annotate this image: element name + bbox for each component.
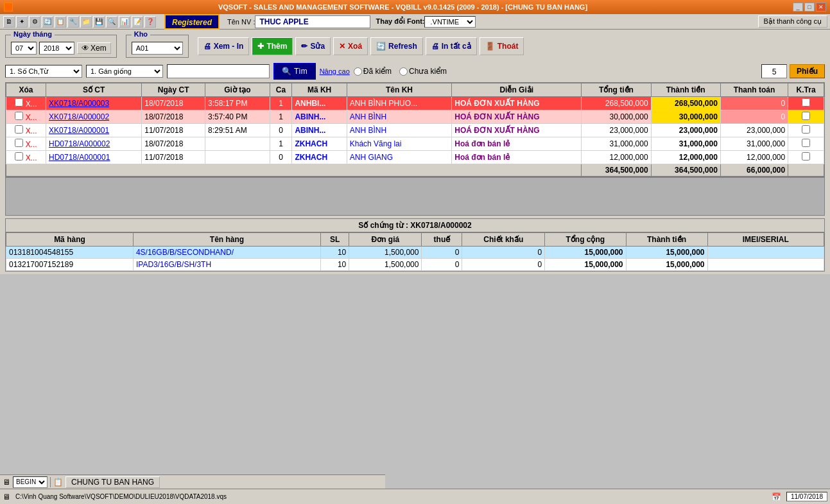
menu-icon-5[interactable]: 📋 <box>55 16 66 28</box>
status-bar: 🖥 C:\Vinh Quang Software\VQSOFT\DEMO\DUL… <box>0 489 830 504</box>
kho-select[interactable]: A01 <box>132 42 183 55</box>
nang-cao-link[interactable]: Nâng cao <box>320 67 350 75</box>
cell-k-tra[interactable] <box>788 110 824 124</box>
search-input[interactable] <box>167 64 270 78</box>
font-select[interactable]: .VNTIME <box>424 16 476 28</box>
cell-k-tra[interactable] <box>788 124 824 137</box>
k-tra-checkbox[interactable] <box>802 98 810 107</box>
phieu-button[interactable]: Phiếu <box>790 64 825 78</box>
search-filter1-select[interactable]: 1. Số Ch,Từ <box>5 65 82 78</box>
detail-cell-thanh-tien: 15,000,000 <box>626 259 707 271</box>
minimize-button[interactable]: _ <box>793 3 803 12</box>
cell-ma-kh[interactable]: ABINH... <box>292 124 347 137</box>
cell-xoa[interactable]: X... <box>6 110 46 124</box>
cell-xoa[interactable]: X... <box>6 97 46 110</box>
cell-k-tra[interactable] <box>788 137 824 151</box>
cell-so-ct[interactable]: HD0718/A000002 <box>46 137 141 151</box>
xoa-checkbox[interactable] <box>15 139 23 147</box>
module-label: CHUNG TU BAN HANG <box>71 478 154 487</box>
xoa-checkbox[interactable] <box>15 112 23 120</box>
module-button[interactable]: CHUNG TU BAN HANG <box>65 476 160 488</box>
cell-ca: 0 <box>270 124 292 137</box>
thoat-button[interactable]: 🚪 Thoát <box>480 37 524 55</box>
menu-icon-2[interactable]: ✦ <box>16 16 28 28</box>
xoa-checkbox[interactable] <box>15 152 23 161</box>
detail-cell-tong-cong: 15,000,000 <box>545 259 626 271</box>
detail-cell-ten-hang: IPAD3/16G/B/SH/3TH <box>133 259 320 271</box>
k-tra-checkbox[interactable] <box>802 112 810 120</box>
them-button[interactable]: ✚ Thêm <box>252 37 293 55</box>
menu-icon-1[interactable]: 🗎 <box>3 16 15 28</box>
menu-icon-8[interactable]: 💾 <box>93 16 105 28</box>
cell-so-ct[interactable]: XK0718/A000001 <box>46 124 141 137</box>
cell-ma-kh[interactable]: ANHBI... <box>292 97 347 110</box>
detail-row[interactable]: 013217007152189 IPAD3/16G/B/SH/3TH 10 1,… <box>6 259 824 271</box>
xoa-button[interactable]: ✕ Xoá <box>333 37 368 55</box>
da-kiem-radio[interactable] <box>354 67 362 76</box>
detail-cell-imei <box>707 247 824 259</box>
search-button[interactable]: 🔍 Tìm <box>273 63 316 80</box>
detail-col-imei: IMEI/SERIAL <box>707 233 824 247</box>
xem-button[interactable]: 👁 Xem <box>77 42 111 54</box>
xoa-btn[interactable]: X... <box>26 100 37 109</box>
detail-cell-ma-hang: 013181004548155 <box>6 247 134 259</box>
cell-so-ct[interactable]: XK0718/A000002 <box>46 110 141 124</box>
chua-kiem-radio[interactable] <box>399 67 408 76</box>
xoa-btn[interactable]: X... <box>26 153 37 162</box>
refresh-button[interactable]: 🔄 Refresh <box>370 37 423 55</box>
cell-ngay-ct: 18/07/2018 <box>142 110 205 124</box>
table-row[interactable]: X... HD0718/A000002 18/07/2018 1 ZKHACH … <box>6 137 824 151</box>
table-row[interactable]: X... XK0718/A000003 18/07/2018 3:58:17 P… <box>6 97 824 110</box>
taskbar-separator <box>50 477 51 487</box>
table-row[interactable]: X... XK0718/A000002 18/07/2018 3:57:40 P… <box>6 110 824 124</box>
table-header-row: Xóa Số CT Ngày CT Giờ tạo Ca Mã KH Tên K… <box>6 83 824 97</box>
k-tra-checkbox[interactable] <box>802 152 810 161</box>
year-select[interactable]: 2018 <box>39 42 74 55</box>
xoa-btn[interactable]: X... <box>26 140 37 149</box>
detail-cell-ten-hang: 4S/16GB/B/SECONDHAND/ <box>133 247 320 259</box>
xoa-btn[interactable]: X... <box>26 113 37 122</box>
search-filter2-select[interactable]: 1. Gán giống <box>86 65 163 78</box>
cell-ngay-ct: 11/07/2018 <box>142 151 205 164</box>
toolbar-toggle-button[interactable]: Bật thanh công cụ <box>758 15 827 28</box>
month-select[interactable]: 07 <box>11 42 37 55</box>
cell-ma-kh[interactable]: ZKHACH <box>292 137 347 151</box>
menu-icon-4[interactable]: 🔄 <box>42 16 53 28</box>
mode-select[interactable]: BEGIN <box>13 476 48 488</box>
xoa-checkbox[interactable] <box>15 125 23 134</box>
cell-so-ct[interactable]: HD0718/A000001 <box>46 151 141 164</box>
detail-cell-imei <box>707 259 824 271</box>
detail-col-tong-cong: Tổng cộng <box>545 233 626 247</box>
k-tra-checkbox[interactable] <box>802 125 810 134</box>
menu-icon-6[interactable]: 🔧 <box>67 16 79 28</box>
cell-k-tra[interactable] <box>788 151 824 164</box>
detail-row[interactable]: 013181004548155 4S/16GB/B/SECONDHAND/ 10… <box>6 247 824 259</box>
cell-ma-kh[interactable]: ZKHACH <box>292 151 347 164</box>
menu-icon-3[interactable]: ⚙ <box>29 16 40 28</box>
sua-button[interactable]: ✏ Sửa <box>295 37 331 55</box>
xoa-btn[interactable]: X... <box>26 126 37 135</box>
table-row[interactable]: X... HD0718/A000001 11/07/2018 0 ZKHACH … <box>6 151 824 164</box>
menu-icon-9[interactable]: 🔍 <box>106 16 117 28</box>
employee-label: Tên NV : <box>227 18 255 26</box>
maximize-button[interactable]: □ <box>804 3 815 12</box>
cell-k-tra[interactable] <box>788 97 824 110</box>
detail-cell-thanh-tien: 15,000,000 <box>626 247 707 259</box>
cell-so-ct[interactable]: XK0718/A000003 <box>46 97 141 110</box>
cell-xoa[interactable]: X... <box>6 151 46 164</box>
close-button[interactable]: ✕ <box>816 3 826 12</box>
k-tra-checkbox[interactable] <box>802 139 810 147</box>
table-row[interactable]: X... XK0718/A000001 11/07/2018 8:29:51 A… <box>6 124 824 137</box>
xem-in-button[interactable]: 🖨 Xem - In <box>198 37 250 55</box>
menu-icon-7[interactable]: 📁 <box>80 16 92 28</box>
in-tat-ca-button[interactable]: 🖨 In tất cả <box>426 37 477 55</box>
module-icon: 📋 <box>53 478 63 487</box>
col-ten-kh: Tên KH <box>347 83 452 97</box>
cell-xoa[interactable]: X... <box>6 124 46 137</box>
xoa-checkbox[interactable] <box>15 98 23 107</box>
menu-icon-10[interactable]: 📊 <box>119 16 130 28</box>
menu-icon-11[interactable]: 📝 <box>132 16 143 28</box>
cell-ma-kh[interactable]: ABINH... <box>292 110 347 124</box>
menu-icon-12[interactable]: ❓ <box>144 16 156 28</box>
cell-xoa[interactable]: X... <box>6 137 46 151</box>
